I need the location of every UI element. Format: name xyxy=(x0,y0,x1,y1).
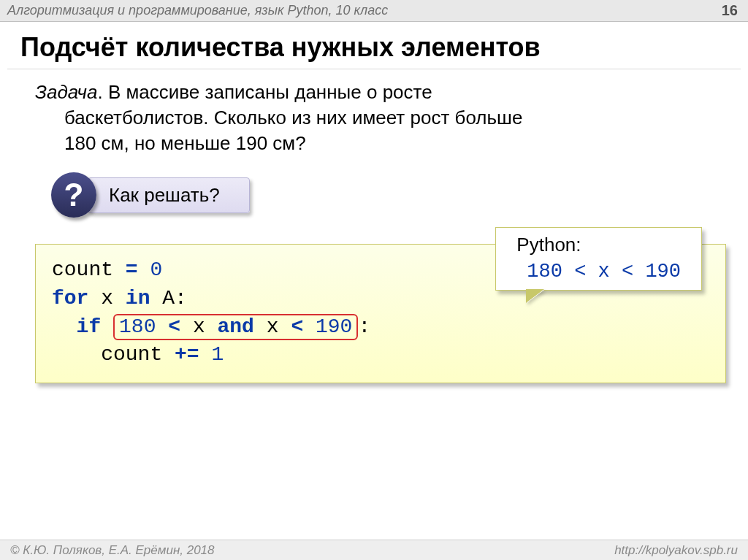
code-token: for xyxy=(52,287,88,310)
code-token: count xyxy=(52,258,113,281)
code-token: 0 xyxy=(150,258,162,281)
task-line2: баскетболистов. Сколько из них имеет рос… xyxy=(35,105,713,131)
code-token: < xyxy=(168,315,180,338)
code-token: : xyxy=(358,315,370,338)
code-block: Python: 180 < x < 190 count = 0 for x in… xyxy=(35,244,726,383)
code-token: and xyxy=(218,315,254,338)
copyright: © К.Ю. Поляков, Е.А. Ерёмин, 2018 xyxy=(10,543,215,558)
code-token: = xyxy=(126,258,138,281)
code-token: in xyxy=(126,287,150,310)
code-token: += xyxy=(175,343,199,366)
callout-label: Python: xyxy=(516,234,581,256)
hint-text: Как решать? xyxy=(88,177,250,213)
page-title: Подсчёт количества нужных элементов xyxy=(0,22,748,69)
code-line-4: count += 1 xyxy=(52,341,709,369)
task-text: Задача. В массиве записаны данные о рост… xyxy=(0,80,748,156)
task-line3: 180 см, но меньше 190 см? xyxy=(35,131,713,156)
code-token: x xyxy=(88,287,125,310)
code-indent xyxy=(52,315,77,338)
callout-arrow-icon xyxy=(527,290,544,303)
code-token: 1 xyxy=(211,343,224,366)
code-token: count xyxy=(52,343,162,366)
hint: ? Как решать? xyxy=(51,172,748,218)
question-icon: ? xyxy=(51,172,96,218)
header-bar: Алгоритмизация и программирование, язык … xyxy=(0,0,748,22)
condition-highlight: 180 < x and x < 190 xyxy=(113,314,358,340)
code-token: x xyxy=(267,315,279,338)
code-token: 190 xyxy=(316,315,352,338)
breadcrumb: Алгоритмизация и программирование, язык … xyxy=(7,3,388,18)
code-token: x xyxy=(193,315,205,338)
footer-bar: © К.Ю. Поляков, Е.А. Ерёмин, 2018 http:/… xyxy=(0,540,748,560)
source-url: http://kpolyakov.spb.ru xyxy=(614,543,738,558)
title-divider xyxy=(7,69,741,69)
code-token: if xyxy=(77,315,102,338)
code-token: A: xyxy=(150,287,186,310)
code-token: < xyxy=(291,315,303,338)
code-line-3: if 180 < x and x < 190: xyxy=(52,313,709,342)
code-token: 180 xyxy=(119,315,156,338)
page-number: 16 xyxy=(722,2,738,19)
task-line1: . В массиве записаны данные о росте xyxy=(97,81,432,103)
callout-expr: 180 < x < 190 xyxy=(516,258,681,285)
task-label: Задача xyxy=(35,81,97,103)
callout: Python: 180 < x < 190 xyxy=(495,227,702,291)
